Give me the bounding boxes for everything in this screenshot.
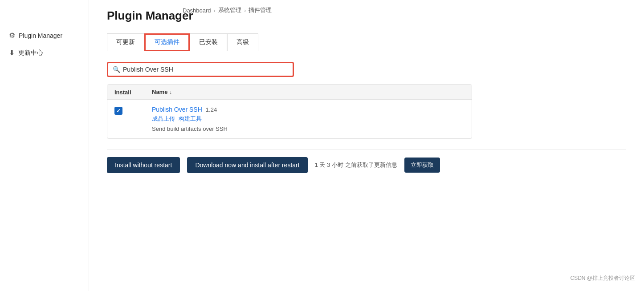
- plugin-checkbox[interactable]: [114, 107, 122, 115]
- plugin-name-row: Publish Over SSH 1.24: [152, 106, 465, 113]
- sidebar-item-plugin-manager[interactable]: ⚙ Plugin Manager: [0, 27, 89, 44]
- plugin-version: 1.24: [206, 106, 217, 113]
- sidebar-item-update-center-label: 更新中心: [18, 49, 43, 57]
- breadcrumb-sep-1: ›: [214, 7, 216, 14]
- col-header-install: Install: [114, 88, 141, 96]
- tab-updatable[interactable]: 可更新: [107, 33, 144, 51]
- table-row: Publish Over SSH 1.24 成品上传 构建工具 Send bui…: [107, 100, 472, 138]
- download-install-after-restart-button[interactable]: Download now and install after restart: [187, 157, 307, 173]
- breadcrumb-plugins: 插件管理: [249, 6, 272, 14]
- tab-available[interactable]: 可选插件: [144, 33, 190, 51]
- search-input[interactable]: [123, 66, 288, 73]
- plugin-table: Install Name ↓ Publish Over SSH 1.24: [107, 84, 472, 139]
- breadcrumb-system[interactable]: 系统管理: [218, 6, 241, 14]
- main-content: Dashboard › 系统管理 › 插件管理 Plugin Manager 可…: [89, 0, 644, 291]
- col-header-name[interactable]: Name ↓: [152, 89, 172, 95]
- table-header: Install Name ↓: [107, 85, 472, 100]
- plugin-tag-1[interactable]: 成品上传: [152, 115, 175, 123]
- update-status-text: 1 天 3 小时 之前获取了更新信息: [315, 161, 397, 169]
- breadcrumb-dashboard[interactable]: Dashboard: [183, 7, 211, 14]
- plugin-description: Send build artifacts over SSH: [152, 125, 465, 132]
- sidebar: ⚙ Plugin Manager ⬇ 更新中心: [0, 0, 89, 291]
- sidebar-item-update-center[interactable]: ⬇ 更新中心: [0, 44, 89, 61]
- tab-installed[interactable]: 已安装: [190, 33, 227, 51]
- breadcrumb-sep-2: ›: [244, 7, 246, 14]
- tab-available-label: 可选插件: [155, 38, 179, 46]
- update-center-icon: ⬇: [9, 48, 15, 57]
- install-checkbox-col: [114, 106, 141, 115]
- plugin-manager-icon: ⚙: [9, 31, 15, 40]
- sort-arrow-icon: ↓: [169, 89, 172, 95]
- tab-installed-label: 已安装: [199, 38, 218, 46]
- plugin-tag-2[interactable]: 构建工具: [179, 115, 202, 123]
- bottom-bar: Install without restart Download now and…: [107, 150, 626, 180]
- plugin-tags: 成品上传 构建工具: [152, 115, 465, 123]
- tab-advanced-label: 高级: [236, 38, 249, 46]
- tab-advanced[interactable]: 高级: [227, 33, 258, 51]
- plugin-info-col: Publish Over SSH 1.24 成品上传 构建工具 Send bui…: [152, 106, 465, 132]
- tab-updatable-label: 可更新: [116, 38, 135, 46]
- breadcrumb: Dashboard › 系统管理 › 插件管理: [183, 6, 272, 14]
- plugin-name[interactable]: Publish Over SSH: [152, 106, 202, 113]
- watermark: CSDN @排上竞投者讨论区: [570, 275, 635, 282]
- search-icon: 🔍: [113, 66, 120, 73]
- tab-bar: 可更新 可选插件 已安装 高级: [107, 33, 626, 51]
- refresh-button[interactable]: 立即获取: [404, 158, 440, 173]
- sidebar-item-plugin-manager-label: Plugin Manager: [19, 32, 62, 39]
- search-area: 🔍: [107, 62, 626, 77]
- search-box-container: 🔍: [107, 62, 294, 77]
- install-without-restart-button[interactable]: Install without restart: [107, 157, 180, 173]
